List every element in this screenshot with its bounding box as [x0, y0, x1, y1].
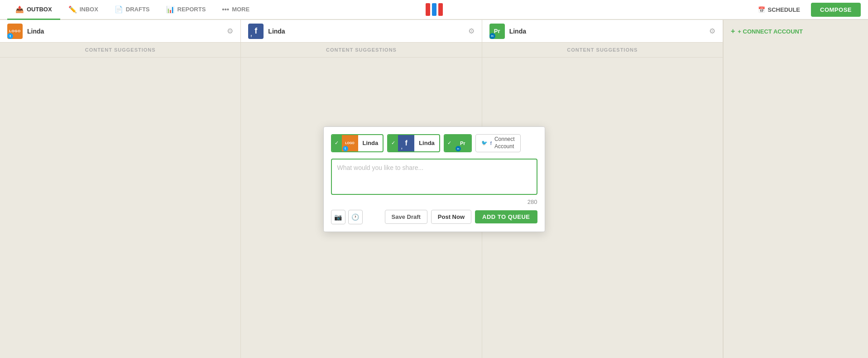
- clock-icon: 🕐: [351, 213, 359, 221]
- facebook-connect-icon: f: [490, 140, 492, 146]
- connect-pill[interactable]: 🐦 f Connect Account: [475, 134, 521, 152]
- twitter-connect-icon: 🐦: [481, 140, 488, 146]
- post-now-button[interactable]: Post Now: [431, 210, 471, 224]
- modal-overlay: ✓ LOGO t Linda ✓ f f Linda ✓: [0, 0, 868, 358]
- account-pill-3[interactable]: ✓ Pr in: [444, 134, 472, 152]
- pill-avatar-1: LOGO t: [342, 134, 358, 152]
- pill-avatar-2: f f: [398, 134, 414, 152]
- pill-check-3: ✓: [445, 134, 455, 152]
- add-to-queue-label: ADD TO QUEUE: [482, 213, 530, 220]
- linkedin-pill-badge: in: [456, 146, 461, 151]
- connect-pill-line1: Connect: [494, 136, 515, 143]
- footer-right: Save Draft Post Now ADD TO QUEUE: [385, 210, 537, 224]
- camera-icon: 📷: [334, 213, 342, 221]
- save-draft-button[interactable]: Save Draft: [385, 210, 427, 224]
- add-to-queue-button[interactable]: ADD TO QUEUE: [475, 210, 537, 223]
- account-pill-2[interactable]: ✓ f f Linda: [387, 134, 440, 152]
- pill-check-1: ✓: [332, 134, 342, 152]
- compose-footer: 📷 🕐 Save Draft Post Now ADD TO QUEUE: [331, 210, 537, 224]
- compose-modal: ✓ LOGO t Linda ✓ f f Linda ✓: [323, 126, 545, 232]
- account-pill-1[interactable]: ✓ LOGO t Linda: [331, 134, 384, 152]
- save-draft-label: Save Draft: [392, 213, 421, 220]
- char-count-value: 280: [528, 198, 537, 205]
- compose-textarea[interactable]: [331, 159, 537, 195]
- schedule-post-button[interactable]: 🕐: [348, 210, 363, 224]
- facebook-pill-badge: f: [399, 146, 404, 151]
- pill-avatar-3: Pr in: [455, 134, 471, 152]
- post-now-label: Post Now: [438, 213, 465, 220]
- twitter-pill-badge: t: [343, 146, 348, 151]
- footer-left: 📷 🕐: [331, 210, 363, 224]
- pill-name-2: Linda: [414, 140, 439, 146]
- char-count: 280: [331, 198, 537, 205]
- photo-button[interactable]: 📷: [331, 210, 345, 224]
- connect-pill-line2: Account: [494, 143, 515, 150]
- account-pills: ✓ LOGO t Linda ✓ f f Linda ✓: [331, 134, 537, 152]
- pill-check-2: ✓: [388, 134, 398, 152]
- pill-name-1: Linda: [358, 140, 383, 146]
